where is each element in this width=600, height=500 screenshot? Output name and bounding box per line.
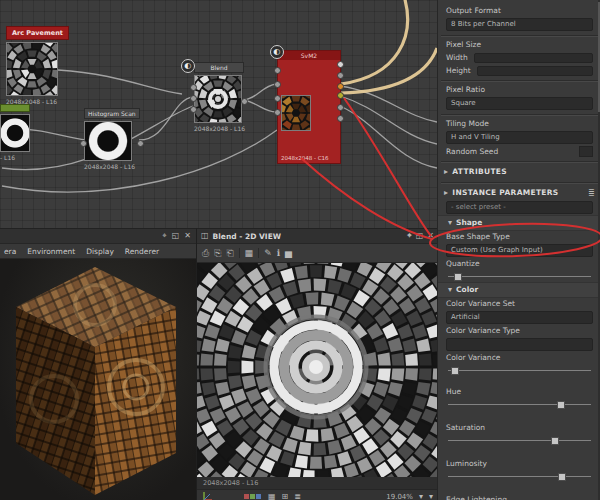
output-connector[interactable] [337, 104, 344, 111]
separator [438, 32, 600, 38]
height-input[interactable] [477, 66, 593, 76]
2d-view-panel[interactable]: ◫ Blend - 2D VIEW ⌖ ◱ ✕ ⎙ ⎘ ⎗ ▦ ✎ ℹ ▅ 20… [196, 228, 438, 500]
tiling-mode-dropdown[interactable]: H and V Tiling [446, 131, 593, 144]
node-arc-pavement[interactable]: Arc Pavement 2048x2048 - L16 [6, 20, 69, 105]
menu-icon[interactable]: ≣ [588, 187, 595, 199]
2d-view-title: Blend - 2D VIEW [213, 232, 281, 241]
zoom-level[interactable]: 19.04% [386, 493, 413, 500]
channels-icon[interactable] [244, 493, 262, 500]
slider-handle[interactable] [558, 473, 566, 481]
luminosity-label: Luminosity [438, 458, 600, 470]
copy-icon[interactable]: ⎗ [226, 247, 233, 259]
grid-icon[interactable]: ▦ [245, 247, 254, 259]
width-input[interactable] [474, 53, 593, 63]
color-variance-slider[interactable] [448, 364, 591, 376]
maximize-icon[interactable]: ◱ [416, 230, 424, 242]
maximize-icon[interactable]: ◱ [172, 230, 180, 242]
3d-view-panel[interactable]: ⌖ ◱ ✕ era Environment Display Renderer [0, 228, 196, 500]
node-title: SvM2 [278, 51, 340, 60]
node-thumbnail [281, 95, 311, 131]
output-connector[interactable] [337, 115, 344, 122]
quantize-slider[interactable] [448, 270, 591, 282]
slider-handle[interactable] [557, 401, 565, 409]
shape-section-header[interactable]: ▾ Shape [438, 215, 600, 231]
output-connector[interactable] [337, 72, 344, 79]
input-connector[interactable] [80, 140, 87, 147]
2d-canvas[interactable] [197, 263, 438, 477]
close-icon[interactable]: ✕ [427, 230, 434, 242]
height-row: Height [438, 64, 600, 77]
list-icon[interactable]: ≣ [294, 491, 301, 500]
node-svm2[interactable]: ◐ SvM2 2048x2048 - C16 [277, 50, 341, 164]
output-connector[interactable] [337, 83, 344, 90]
slider-track [448, 440, 591, 441]
pixel-ratio-dropdown[interactable]: Square [446, 97, 593, 110]
input-connector[interactable] [274, 81, 281, 88]
close-icon[interactable]: ✕ [184, 230, 191, 242]
node-left-partial[interactable]: - L16 [0, 104, 30, 161]
slider-track [448, 370, 591, 371]
output-connector[interactable] [337, 92, 344, 99]
background-icon[interactable]: ▦ [268, 491, 276, 500]
output-connector[interactable] [241, 98, 248, 105]
input-connector[interactable] [274, 67, 281, 74]
output-badge-icon[interactable]: ◐ [270, 45, 284, 59]
color-header-text: Color [456, 283, 478, 297]
tiling-icon[interactable]: ⊞ [282, 491, 289, 500]
output-connector[interactable] [137, 140, 144, 147]
zoom-caret-icon[interactable]: ▾ [419, 491, 423, 500]
input-connector[interactable] [274, 95, 281, 102]
attributes-section-header[interactable]: ▸ ATTRIBUTES [438, 164, 600, 179]
input-connector[interactable] [274, 109, 281, 116]
base-shape-type-dropdown[interactable]: Custom (Use Graph Input) [446, 244, 593, 257]
input-connector[interactable] [190, 95, 197, 102]
node-thumbnail [194, 75, 242, 123]
pin-icon[interactable]: ⌖ [407, 230, 412, 242]
dock-icon[interactable]: ◫ [201, 230, 209, 242]
output-format-dropdown[interactable]: 8 Bits per Channel [446, 18, 593, 31]
histogram-icon[interactable]: ▅ [285, 247, 292, 259]
menu-display[interactable]: Display [86, 247, 114, 256]
saturation-slider[interactable] [448, 434, 591, 446]
output-connector[interactable] [337, 61, 344, 68]
color-section-header[interactable]: ▾ Color [438, 282, 600, 298]
slider-handle[interactable] [451, 367, 459, 375]
node-caption: 2048x2048 - L16 [84, 163, 140, 170]
hue-slider[interactable] [448, 398, 591, 410]
slider-handle[interactable] [551, 437, 559, 445]
output-format-label: Output Format [438, 4, 600, 17]
export-icon[interactable]: ⎘ [214, 247, 221, 259]
output-badge-icon[interactable]: ◐ [181, 59, 195, 73]
attributes-header-text: ATTRIBUTES [452, 164, 507, 179]
caret-down-icon: ▾ [448, 284, 452, 296]
menu-renderer[interactable]: Renderer [125, 247, 159, 256]
menu-environment[interactable]: Environment [27, 247, 75, 256]
toolbar-separator [258, 248, 259, 258]
info-icon[interactable]: ℹ [277, 247, 280, 259]
random-seed-button[interactable] [579, 146, 593, 157]
slider-handle[interactable] [454, 273, 462, 281]
separator [438, 158, 600, 164]
instance-parameters-section-header[interactable]: ▸ INSTANCE PARAMETERS ≣ [438, 185, 600, 200]
menu-camera[interactable]: era [4, 247, 16, 256]
properties-panel: Output Format 8 Bits per Channel Pixel S… [437, 0, 600, 500]
luminosity-slider[interactable] [448, 470, 591, 482]
2d-view-statusbar: ▦ ⊞ ≣ 19.04% ▾ ▾ [197, 489, 438, 500]
color-variance-set-dropdown[interactable]: Artificial [446, 311, 593, 324]
save-icon[interactable]: ⎙ [202, 247, 209, 259]
color-variance-type-dropdown[interactable] [446, 338, 593, 351]
2d-view-infobar: 2048x2048 - L16 [197, 477, 438, 489]
node-color-tag [0, 104, 30, 112]
edge-lightening-label: Edge Lightening [438, 494, 600, 500]
node-graph[interactable]: Arc Pavement 2048x2048 - L16 - L16 Histo… [0, 0, 437, 228]
pin-icon[interactable]: ⌖ [162, 230, 167, 242]
options-caret-icon[interactable]: ▾ [429, 491, 433, 500]
preset-dropdown[interactable]: - select preset - [446, 201, 593, 214]
input-connector[interactable] [190, 84, 197, 91]
3d-viewport[interactable] [0, 259, 196, 500]
node-histogram-scan[interactable]: Histogram Scan 2048x2048 - L16 [84, 108, 140, 170]
node-blend[interactable]: ◐ Blend 2048x2048 - L16 [194, 62, 244, 132]
input-connector[interactable] [190, 106, 197, 113]
pencil-icon[interactable]: ✎ [264, 247, 272, 259]
caret-right-icon: ▸ [444, 166, 448, 178]
